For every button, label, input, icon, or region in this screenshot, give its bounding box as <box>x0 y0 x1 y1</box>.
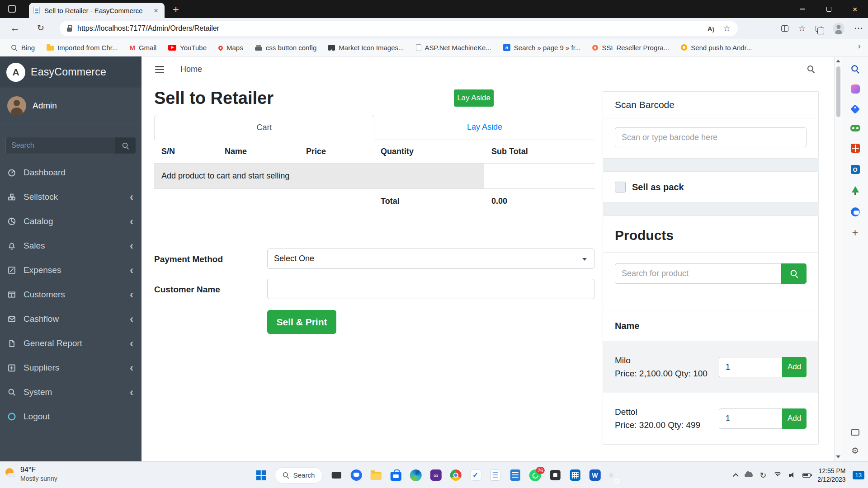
notification-badge[interactable]: 13 <box>853 471 864 479</box>
add-button[interactable]: Add <box>782 357 807 377</box>
sidebar-item-customers[interactable]: Customers ‹ <box>0 282 142 307</box>
window-minimize-button[interactable] <box>789 0 816 18</box>
bookmark-bing[interactable]: Bing <box>11 44 35 52</box>
bookmark-css-button-config[interactable]: css button config <box>255 44 317 52</box>
bookmark-ssl-reseller[interactable]: SSL Reseller Progra... <box>592 44 669 52</box>
add-button[interactable]: Add <box>782 408 807 429</box>
taskbar-app-file-explorer[interactable] <box>370 469 382 481</box>
sidebar-search-input[interactable] <box>5 137 115 154</box>
bookmark-search-page9[interactable]: aSearch » page 9 » fr... <box>503 44 581 52</box>
sidebar-item-sellstock[interactable]: Sellstock ‹ <box>0 185 142 209</box>
tab-cart[interactable]: Cart <box>154 115 374 141</box>
scroll-down-icon[interactable] <box>836 455 840 458</box>
new-tab-button[interactable]: + <box>173 3 179 16</box>
tray-chevron-up-icon[interactable] <box>733 473 739 479</box>
quantity-input[interactable] <box>719 408 782 429</box>
taskbar-search[interactable]: Search <box>275 467 323 483</box>
outlook-icon[interactable]: O <box>851 165 860 174</box>
taskbar-app-calculator[interactable] <box>569 469 581 481</box>
sidebar-item-expenses[interactable]: Expenses ‹ <box>0 258 142 282</box>
microsoft365-icon[interactable] <box>851 144 860 153</box>
bookmark-aspnet-machinekey[interactable]: ASP.Net MachineKe... <box>416 44 491 52</box>
sidebar-item-cashflow[interactable]: Cashflow ‹ <box>0 307 142 331</box>
onedrive-cloud-icon[interactable] <box>745 474 753 477</box>
sidebar-item-catalog[interactable]: Catalog ‹ <box>0 209 142 234</box>
browser-tab[interactable]: Sell to Retailer - EasyCommerce × <box>29 3 165 18</box>
games-icon[interactable] <box>850 125 860 131</box>
product-search-button[interactable] <box>781 263 807 284</box>
taskbar-app-document[interactable] <box>509 469 521 481</box>
tab-close-icon[interactable]: × <box>152 6 160 15</box>
taskbar-app-chat[interactable] <box>350 469 362 481</box>
copilot-icon[interactable] <box>851 84 860 94</box>
scrollbar-thumb[interactable] <box>836 66 840 117</box>
sidebar-item-general-report[interactable]: General Report ‹ <box>0 331 142 356</box>
bookmark-imported-folder[interactable]: Imported from Chr... <box>47 44 118 52</box>
sidebar-item-sales[interactable]: Sales ‹ <box>0 234 142 258</box>
sidebar-item-system[interactable]: System ‹ <box>0 380 142 404</box>
sidebar-search-button[interactable] <box>115 137 136 154</box>
add-panel-icon[interactable]: + <box>852 229 858 237</box>
taskbar-app-chrome[interactable] <box>449 469 462 481</box>
tab-lay-aside[interactable]: Lay Aside <box>374 115 595 140</box>
sidebar-item-logout[interactable]: Logout <box>0 404 142 429</box>
taskbar-app-visual-studio[interactable]: ∞ <box>429 469 442 481</box>
lay-aside-button[interactable]: Lay Aside <box>454 89 494 107</box>
home-link[interactable]: Home <box>180 65 202 74</box>
window-maximize-button[interactable] <box>816 0 842 18</box>
site-info-lock-icon[interactable] <box>67 28 72 32</box>
navbar-search-icon[interactable] <box>807 66 814 74</box>
taskbar-app-todo[interactable]: ✓ <box>469 469 481 481</box>
taskbar-app-whatsapp[interactable]: 26 <box>529 469 541 481</box>
sell-print-button[interactable]: Sell & Print <box>267 310 336 334</box>
taskbar-app-dark[interactable] <box>549 469 561 481</box>
hamburger-menu-icon[interactable] <box>155 66 164 73</box>
url-field[interactable]: https://localhost:7177/Admin/Orders/Reta… <box>60 21 738 36</box>
taskbar-app-active[interactable] <box>609 473 613 478</box>
add-favorite-icon[interactable]: ☆ <box>723 24 731 33</box>
refresh-icon[interactable]: ↻ <box>37 23 44 33</box>
taskbar-app-store[interactable] <box>390 469 402 481</box>
bookmarks-overflow-icon[interactable]: › <box>858 41 861 51</box>
volume-icon[interactable] <box>789 472 796 478</box>
bookmark-market-icon-images[interactable]: Market Icon Images... <box>328 44 404 52</box>
sell-as-pack-checkbox[interactable] <box>615 182 626 192</box>
window-close-button[interactable]: × <box>842 0 868 18</box>
weather-widget[interactable]: 94°F Mostly sunny <box>5 465 57 482</box>
barcode-input[interactable] <box>615 127 807 147</box>
split-screen-icon[interactable] <box>781 25 788 32</box>
start-button[interactable] <box>255 469 267 481</box>
bookmark-send-push[interactable]: Send push to Andr... <box>681 44 752 52</box>
bookmark-gmail[interactable]: MGmail <box>129 44 156 52</box>
payment-method-select[interactable]: Select One <box>267 249 594 269</box>
taskbar-app-notepad[interactable] <box>489 469 501 481</box>
shopping-tag-icon[interactable] <box>850 104 860 114</box>
profile-avatar[interactable] <box>833 23 844 34</box>
quantity-input[interactable] <box>719 357 782 377</box>
battery-icon[interactable] <box>802 473 811 478</box>
scroll-up-icon[interactable] <box>836 60 840 62</box>
bookmark-maps[interactable]: Maps <box>218 44 243 52</box>
customer-name-input[interactable] <box>267 279 594 299</box>
screenshot-icon[interactable] <box>851 429 859 436</box>
taskbar-app-edge[interactable] <box>410 469 422 481</box>
window-icon[interactable] <box>8 5 16 13</box>
sidebar-item-suppliers[interactable]: Suppliers ‹ <box>0 356 142 380</box>
taskbar-app-monitor[interactable] <box>330 469 342 481</box>
sidebar-item-dashboard[interactable]: Dashboard <box>0 160 142 185</box>
page-scrollbar[interactable] <box>834 56 842 461</box>
settings-gear-icon[interactable]: ⚙ <box>851 446 859 455</box>
grow-tree-icon[interactable] <box>851 186 859 195</box>
product-search-input[interactable] <box>615 263 781 284</box>
browser-menu-icon[interactable]: ··· <box>854 24 863 33</box>
clock[interactable]: 12:55 PM 2/12/2023 <box>817 467 845 484</box>
collections-icon[interactable] <box>816 26 821 32</box>
back-icon[interactable]: ← <box>10 22 20 34</box>
sync-icon[interactable]: ↻ <box>760 471 766 479</box>
read-aloud-icon[interactable]: A) <box>708 25 714 33</box>
taskbar-app-word[interactable]: W <box>589 469 601 481</box>
chat-panel-icon[interactable] <box>851 207 860 216</box>
edge-search-icon[interactable] <box>851 65 859 73</box>
wifi-icon[interactable] <box>773 472 782 479</box>
favorites-icon[interactable]: ☆ <box>798 24 806 33</box>
